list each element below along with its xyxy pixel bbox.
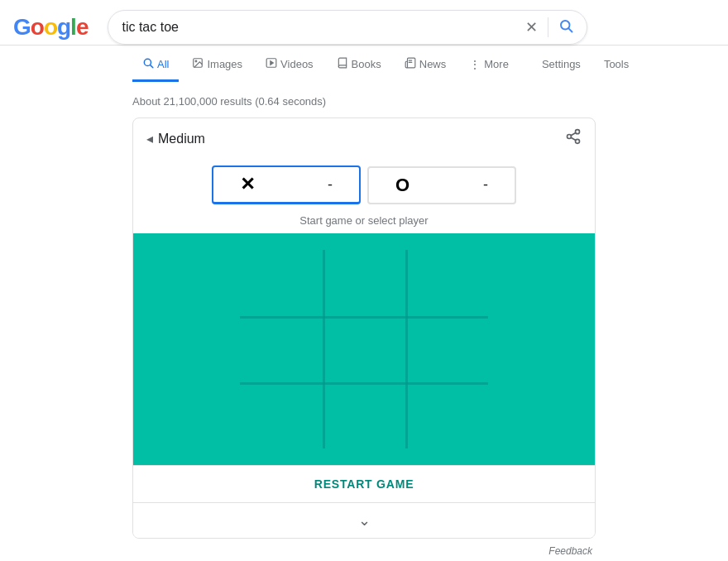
player-selectors: ✕ - O - [133,159,595,211]
grid-vertical-line-2 [405,250,408,448]
player-o-score: - [483,176,488,194]
chevron-left-icon: ◂ [146,131,153,146]
chevron-down-icon: ⌄ [358,511,371,530]
tab-more[interactable]: ⋮ More [459,50,519,82]
game-board-wrapper [133,233,595,465]
settings-label: Settings [542,58,581,70]
difficulty-label: Medium [158,132,205,146]
tab-images[interactable]: Images [182,49,252,82]
player-x-button[interactable]: ✕ - [212,165,361,204]
search-bar[interactable]: ✕ [108,10,587,45]
player-o-button[interactable]: O - [367,166,516,204]
clear-icon[interactable]: ✕ [525,18,538,36]
all-icon [142,57,154,71]
game-card-header: ◂ Medium [133,118,595,159]
nav-right: Settings Tools [532,50,639,81]
images-icon [192,57,204,71]
tab-all-label: All [157,58,169,70]
game-status: Start game or select player [133,211,595,233]
grid-horizontal-line-2 [240,382,488,385]
search-icon[interactable] [558,18,573,37]
tab-news-label: News [419,58,447,70]
logo-text: Google [13,14,88,41]
search-divider [548,17,548,37]
svg-line-13 [571,137,576,140]
tab-images-label: Images [207,58,242,70]
google-logo[interactable]: Google [13,14,88,41]
grid-horizontal-line-1 [240,316,488,319]
header: Google ✕ [0,0,728,46]
more-icon: ⋮ [469,58,481,71]
books-icon [337,57,348,71]
tab-videos-label: Videos [280,58,314,70]
svg-marker-7 [271,61,274,65]
tab-books[interactable]: Books [327,49,391,82]
tools-label: Tools [604,58,629,70]
search-input[interactable] [122,20,519,35]
grid-vertical-line-1 [323,250,325,448]
results-count: About 21,100,000 results (0.64 seconds) [132,89,596,117]
results-area: About 21,100,000 results (0.64 seconds) … [0,82,728,561]
nav-tabs: All Images Videos Books [0,49,728,82]
player-x-symbol: ✕ [240,174,255,195]
tab-videos[interactable]: Videos [256,49,323,82]
news-icon [405,57,416,71]
svg-point-5 [196,60,198,62]
game-card: ◂ Medium ✕ - O - Start game o [132,117,596,539]
game-difficulty[interactable]: ◂ Medium [146,131,205,146]
expand-section[interactable]: ⌄ [133,502,595,538]
feedback[interactable]: Feedback [132,539,596,561]
svg-line-1 [569,28,572,31]
svg-line-14 [571,132,576,135]
player-x-score: - [328,176,333,194]
tab-all[interactable]: All [132,49,179,82]
tools-tab[interactable]: Tools [594,50,639,81]
player-o-symbol: O [395,175,410,196]
tab-more-label: More [484,58,509,70]
settings-tab[interactable]: Settings [532,50,591,81]
game-board[interactable] [240,250,488,448]
restart-button[interactable]: RESTART GAME [133,465,595,502]
videos-icon [266,57,277,71]
tab-news[interactable]: News [395,49,457,82]
share-icon[interactable] [565,128,582,149]
tab-books-label: Books [352,58,381,70]
svg-line-3 [151,65,153,68]
